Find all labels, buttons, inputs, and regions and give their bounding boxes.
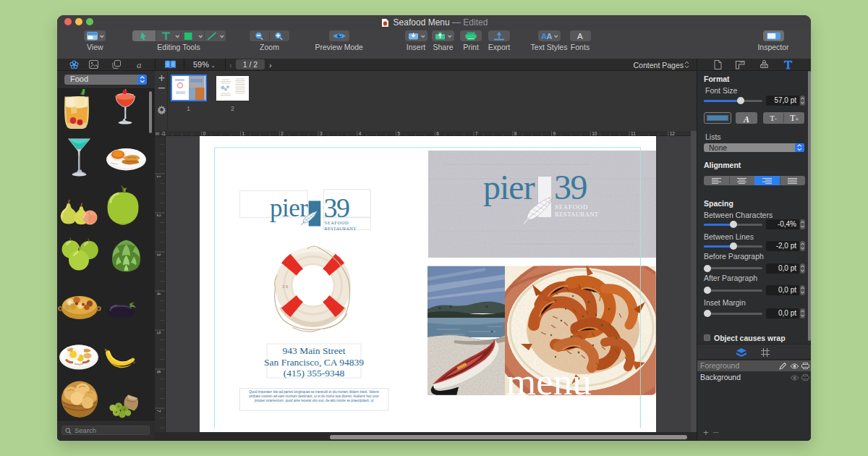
svg-text:4: 4 xyxy=(156,292,161,295)
svg-text:0: 0 xyxy=(203,131,206,136)
svg-text:7: 7 xyxy=(475,131,478,136)
svg-text:pier: pier xyxy=(483,168,535,206)
svg-text:Quod imperator iste ad partes: Quod imperator iste ad partes longinquas… xyxy=(249,390,379,394)
svg-text:8: 8 xyxy=(514,131,517,136)
svg-text:6: 6 xyxy=(156,371,161,373)
svg-text:9: 9 xyxy=(553,131,556,136)
svg-text:propter iuramentum, quod ante: propter iuramentum, quod ante fecerat vi… xyxy=(255,399,374,402)
svg-text:menu: menu xyxy=(506,360,592,402)
svg-text:1: 1 xyxy=(242,131,245,136)
svg-text:probare uxorem ad eam nuntium: probare uxorem ad eam nuntium destinavit… xyxy=(249,394,379,398)
svg-text:(415) 355-9348: (415) 355-9348 xyxy=(284,368,345,379)
svg-text:pier: pier xyxy=(270,194,308,222)
svg-text:10: 10 xyxy=(592,131,597,136)
svg-text:5: 5 xyxy=(156,332,161,334)
svg-text:a: a xyxy=(137,60,142,69)
svg-text:RESTAURANT: RESTAURANT xyxy=(325,226,357,231)
svg-text:RESTAURANT: RESTAURANT xyxy=(555,211,599,218)
svg-text:4: 4 xyxy=(359,131,362,136)
svg-text:San Francisco, CA 94839: San Francisco, CA 94839 xyxy=(264,357,364,368)
svg-text:39: 39 xyxy=(554,168,587,206)
svg-text:2: 2 xyxy=(156,214,161,217)
svg-text:SEAFOOD: SEAFOOD xyxy=(555,203,588,211)
svg-text:SEAFOOD: SEAFOOD xyxy=(325,220,349,225)
svg-text:A: A xyxy=(577,32,583,41)
svg-text:5: 5 xyxy=(398,131,401,136)
svg-text:6: 6 xyxy=(436,131,439,136)
svg-text:in: in xyxy=(156,131,159,136)
svg-text:11: 11 xyxy=(631,131,636,136)
svg-text:1: 1 xyxy=(156,175,161,178)
svg-text:3: 3 xyxy=(320,131,323,136)
svg-text:A: A xyxy=(546,32,552,41)
svg-text:2: 2 xyxy=(281,131,284,136)
svg-text:7: 7 xyxy=(156,410,161,413)
svg-text:12: 12 xyxy=(670,131,676,136)
svg-text:-1: -1 xyxy=(161,131,166,136)
svg-text:943 Main Street: 943 Main Street xyxy=(283,345,346,356)
svg-text:3: 3 xyxy=(156,253,161,256)
svg-text:39: 39 xyxy=(324,193,350,223)
svg-text:3 6: 3 6 xyxy=(282,284,289,289)
